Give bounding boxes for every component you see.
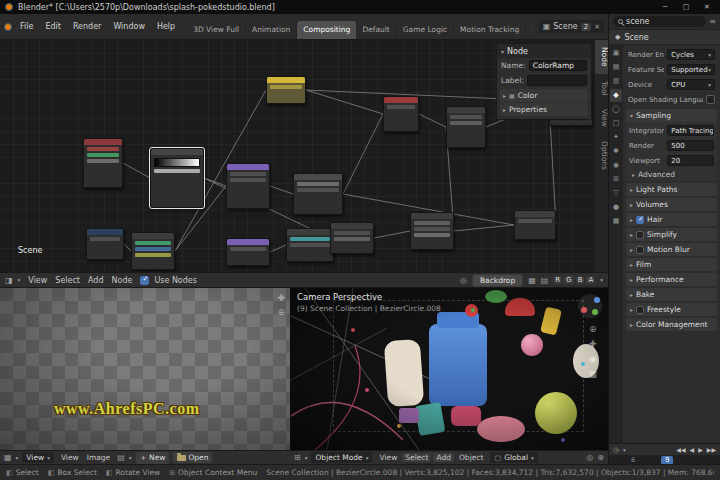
play-button[interactable]: ▶ bbox=[698, 446, 703, 453]
editor-type-icon[interactable]: ⊞ bbox=[294, 453, 301, 462]
window-close-button[interactable]: ✕ bbox=[699, 3, 715, 11]
simplify-checkbox[interactable] bbox=[636, 231, 644, 239]
channel-r-button[interactable]: R bbox=[553, 276, 562, 284]
compositor-node-7[interactable] bbox=[446, 106, 486, 148]
viewport-samples-field[interactable]: 20 bbox=[667, 155, 714, 166]
image-icon[interactable]: ▦ bbox=[528, 276, 536, 285]
window-maximize-button[interactable]: □ bbox=[678, 3, 694, 11]
node-menu-select[interactable]: Select bbox=[52, 276, 83, 285]
properties-subpanel-header[interactable]: ▸ Properties bbox=[500, 103, 588, 116]
node-menu-view[interactable]: View bbox=[25, 276, 50, 285]
compositor-node-12[interactable] bbox=[286, 228, 334, 262]
compositor-node-13[interactable] bbox=[330, 222, 374, 254]
section-bake[interactable]: ▸Bake bbox=[626, 288, 717, 301]
play-reverse-button[interactable]: ◀ bbox=[690, 446, 695, 453]
sidebar-tab-node[interactable]: Node bbox=[595, 40, 609, 74]
physics-tab-icon[interactable]: ◉ bbox=[610, 159, 622, 172]
editor-type-icon[interactable]: ▦ bbox=[4, 453, 12, 462]
browse-image-icon[interactable]: ▤ bbox=[117, 453, 125, 462]
proportional-edit-icon[interactable]: ⊕ bbox=[597, 453, 604, 462]
zoom-icon[interactable]: ⊕ bbox=[277, 307, 285, 317]
color-subpanel-header[interactable]: ▸ ▦ Color bbox=[500, 89, 588, 102]
channel-a-button[interactable]: A bbox=[586, 276, 595, 284]
section-freestyle[interactable]: ▸Freestyle bbox=[626, 303, 717, 316]
compositor-node-10[interactable] bbox=[131, 232, 175, 270]
section-motion-blur[interactable]: ▸Motion Blur bbox=[626, 243, 717, 256]
render-tab-icon[interactable]: ▣ bbox=[610, 47, 622, 60]
node-name-input[interactable]: ColorRamp bbox=[529, 60, 587, 71]
particles-tab-icon[interactable]: ✱ bbox=[610, 145, 622, 158]
workspace-tab-compositing[interactable]: Compositing bbox=[297, 21, 356, 39]
zoom-icon[interactable]: ⊕ bbox=[589, 324, 597, 334]
editor-type-icon[interactable]: ◨ bbox=[5, 276, 13, 285]
sampling-section-header[interactable]: ▾ Sampling bbox=[626, 109, 717, 122]
compositor-node-1[interactable] bbox=[83, 138, 123, 188]
sidebar-tab-tool[interactable]: Tool bbox=[595, 74, 609, 103]
compositor-node-11[interactable] bbox=[226, 238, 270, 266]
grid-icon[interactable]: ▦ bbox=[588, 369, 597, 379]
advanced-subpanel-header[interactable]: ▸ Advanced bbox=[626, 168, 717, 180]
compositor-node-editor[interactable]: Scene ▾ Node Name: ColorRamp Label: ▸ ▦ … bbox=[0, 40, 594, 272]
compositor-node-3[interactable] bbox=[226, 163, 270, 209]
output-tab-icon[interactable]: ▤ bbox=[610, 61, 622, 74]
camera-view-icon[interactable]: ◉ bbox=[589, 354, 597, 364]
window-minimize-button[interactable]: ─ bbox=[657, 3, 673, 11]
compositor-node-6[interactable] bbox=[383, 96, 419, 132]
filter-icon[interactable]: ≡ bbox=[709, 17, 716, 26]
workspace-tab-motion-tracking[interactable]: Motion Tracking bbox=[454, 21, 526, 39]
viewport-menu-view[interactable]: View bbox=[376, 453, 400, 462]
blender-menu-icon[interactable] bbox=[4, 23, 12, 31]
menu-help[interactable]: Help bbox=[151, 20, 181, 33]
view-layer-tab-icon[interactable]: ▥ bbox=[610, 75, 622, 88]
menu-file[interactable]: File bbox=[14, 20, 39, 33]
transform-orientation-dropdown[interactable]: ◯Global▾ bbox=[490, 452, 537, 463]
world-tab-icon[interactable]: ◯ bbox=[610, 103, 622, 116]
jump-to-start-button[interactable]: ◀◀ bbox=[676, 446, 685, 453]
compositor-node-4[interactable] bbox=[266, 76, 306, 104]
navigation-gizmo[interactable] bbox=[578, 294, 602, 318]
object-data-tab-icon[interactable]: ▽ bbox=[610, 187, 622, 200]
compositor-node-14[interactable] bbox=[410, 212, 454, 250]
layers-icon[interactable]: ▤ bbox=[541, 276, 549, 285]
section-color-management[interactable]: ▸Color Management bbox=[626, 318, 717, 331]
motion-blur-checkbox[interactable] bbox=[636, 246, 644, 254]
modifiers-tab-icon[interactable]: ✦ bbox=[610, 131, 622, 144]
use-nodes-checkbox[interactable] bbox=[140, 276, 149, 285]
node-menu-node[interactable]: Node bbox=[109, 276, 136, 285]
clock-icon[interactable]: ◷ bbox=[613, 446, 619, 454]
object-mode-dropdown[interactable]: Object Mode▾ bbox=[311, 452, 372, 463]
image-mode-dropdown[interactable]: View▾ bbox=[22, 452, 54, 463]
scene-tab-icon[interactable]: ◆ bbox=[610, 89, 622, 102]
compositor-node-5[interactable] bbox=[293, 173, 343, 215]
snap-icon[interactable]: ◎ bbox=[460, 276, 467, 285]
open-image-button[interactable]: Open bbox=[173, 452, 212, 463]
section-performance[interactable]: ▸Performance bbox=[626, 273, 717, 286]
compositor-node-2[interactable] bbox=[150, 148, 204, 208]
menu-render[interactable]: Render bbox=[67, 20, 107, 33]
node-menu-add[interactable]: Add bbox=[85, 276, 107, 285]
section-film[interactable]: ▸Film bbox=[626, 258, 717, 271]
workspace-tab-scripting[interactable]: Scripting bbox=[526, 21, 533, 39]
workspace-tab-game-logic[interactable]: Game Logic bbox=[397, 21, 454, 39]
feature-set-dropdown[interactable]: Supported▾ bbox=[667, 64, 715, 75]
viewport-menu-object[interactable]: Object bbox=[456, 453, 486, 462]
section-light-paths[interactable]: ▸Light Paths bbox=[626, 183, 717, 196]
freestyle-checkbox[interactable] bbox=[636, 306, 644, 314]
backdrop-button[interactable]: Backdrop bbox=[472, 274, 523, 287]
pan-hand-icon[interactable]: ✚ bbox=[277, 293, 285, 303]
node-label-input[interactable] bbox=[527, 75, 587, 86]
image-editor[interactable]: www.AhrefsPC.com ✚⊕ bbox=[0, 288, 290, 450]
viewport-menu-select[interactable]: Select bbox=[402, 453, 431, 462]
compositor-node-15[interactable] bbox=[514, 210, 556, 240]
render-engine-dropdown[interactable]: Cycles▾ bbox=[667, 49, 715, 60]
compositor-node-9[interactable] bbox=[86, 228, 124, 260]
node-panel-header[interactable]: ▾ Node bbox=[497, 44, 591, 58]
new-image-button[interactable]: ＋New bbox=[136, 452, 170, 464]
workspace-tab-animation[interactable]: Animation bbox=[246, 21, 297, 39]
texture-tab-icon[interactable]: ▦ bbox=[610, 215, 622, 228]
integrator-dropdown[interactable]: Path Tracing▾ bbox=[667, 125, 714, 136]
section-volumes[interactable]: ▸Volumes bbox=[626, 198, 717, 211]
object-tab-icon[interactable]: □ bbox=[610, 117, 622, 130]
hair-checkbox[interactable] bbox=[636, 216, 644, 224]
sidebar-tab-options[interactable]: Options bbox=[595, 134, 609, 177]
